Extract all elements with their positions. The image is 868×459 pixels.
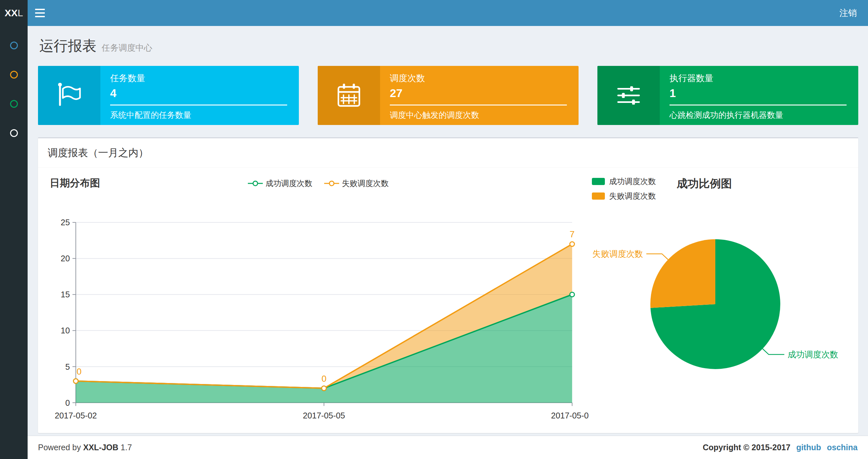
app-logo[interactable]: XXL [0,0,28,26]
legend-label: 成功调度次数 [266,178,312,189]
report-panel-title: 调度报表（一月之内） [48,147,149,158]
stat-box-value: 1 [670,87,846,100]
stat-box-icon-area [318,66,380,125]
content-area: 运行报表 任务调度中心 任务数量 4 [28,26,868,436]
report-panel: 调度报表（一月之内） 日期分布图 [38,137,858,433]
flag-icon [55,81,84,110]
svg-text:2017-05-02: 2017-05-02 [55,411,97,420]
stat-box-value: 4 [110,87,287,100]
line-chart-title: 日期分布图 [50,176,100,190]
stat-box-icon-area [597,66,660,125]
svg-text:失败调度次数: 失败调度次数 [592,249,643,259]
hamburger-icon [35,12,45,13]
hamburger-icon [35,16,45,17]
report-panel-header: 调度报表（一月之内） [38,138,858,168]
pie-chart-section: 成功调度次数 失败调度次数 成功比例图 成功调度次数失败调度次数 [589,176,848,428]
stat-box-description: 调度中心触发的调度次数 [390,110,567,121]
navbar-spacer [52,0,828,26]
legend-line-marker-icon [248,180,263,187]
stat-box-value: 27 [390,87,567,100]
legend-label: 失败调度次数 [342,178,389,189]
stat-box-divider [110,104,287,105]
svg-text:2017-05-08: 2017-05-08 [551,411,589,420]
stat-box-description: 心跳检测成功的执行器机器数量 [670,110,846,121]
legend-label: 成功调度次数 [609,176,656,187]
pie-chart-legend: 成功调度次数 失败调度次数 [592,176,656,201]
sidebar-toggle-button[interactable] [28,0,52,26]
legend-label: 失败调度次数 [609,191,656,201]
sidebar-item-4-circle-icon[interactable] [10,129,18,137]
stat-box-description: 系统中配置的任务数量 [110,110,287,121]
pie-chart-title: 成功比例图 [677,176,732,191]
stat-box-jobs: 任务数量 4 系统中配置的任务数量 [38,66,299,125]
logo-text-light: L [18,7,23,19]
pie-chart-header: 成功调度次数 失败调度次数 成功比例图 [589,176,848,204]
legend-item-fail[interactable]: 失败调度次数 [592,191,656,201]
stat-box-divider [670,104,846,105]
date-chart-section: 日期分布图 成功调度次数 [48,176,589,428]
legend-item-fail[interactable]: 失败调度次数 [324,178,389,189]
oschina-link[interactable]: oschina [827,443,858,452]
copyright-area: Copyright © 2015-2017 github oschina [703,443,858,452]
page-wrapper: 运行报表 任务调度中心 任务数量 4 [0,26,868,459]
sidebar-item-3-circle-icon[interactable] [10,100,18,108]
stat-box-title: 执行器数量 [670,72,846,84]
stat-box-title: 任务数量 [110,72,287,84]
page-subtitle: 任务调度中心 [102,42,152,54]
svg-text:10: 10 [61,326,70,335]
legend-item-success[interactable]: 成功调度次数 [592,176,656,187]
page-header: 运行报表 任务调度中心 [39,36,858,56]
logo-text-bold: XX [4,7,18,19]
sidebar [0,26,28,459]
svg-text:2017-05-05: 2017-05-05 [303,411,345,420]
stat-box-triggers: 调度次数 27 调度中心触发的调度次数 [318,66,579,125]
stat-box-row: 任务数量 4 系统中配置的任务数量 [38,66,858,125]
stat-box-title: 调度次数 [390,72,567,84]
svg-text:25: 25 [61,218,70,227]
sidebar-item-1-circle-icon[interactable] [10,41,18,50]
svg-text:0: 0 [321,373,327,384]
hamburger-icon [35,9,45,10]
product-version: 1.7 [121,443,132,452]
sidebar-item-2-circle-icon[interactable] [10,71,18,78]
svg-text:0: 0 [77,366,82,376]
svg-text:成功调度次数: 成功调度次数 [787,350,838,359]
stat-box-divider [390,104,567,105]
date-distribution-chart: 05101520252017-05-022017-05-052017-05-08… [48,198,589,428]
github-link[interactable]: github [796,443,821,452]
legend-swatch-icon [592,193,605,200]
svg-text:20: 20 [61,254,70,263]
report-panel-body: 日期分布图 成功调度次数 [38,168,858,433]
svg-text:5: 5 [65,362,70,371]
legend-line-marker-icon [324,180,339,187]
date-chart-header: 日期分布图 成功调度次数 [48,176,589,198]
stat-box-body: 执行器数量 1 心跳检测成功的执行器机器数量 [660,66,858,125]
page-title: 运行报表 [39,36,96,56]
svg-text:0: 0 [65,398,70,407]
success-ratio-pie: 成功调度次数失败调度次数 [589,204,848,412]
product-name: XXL-JOB [83,443,118,452]
line-chart-legend: 成功调度次数 失败调度次数 [248,176,389,189]
svg-text:7: 7 [570,229,575,239]
footer: Powered by XXL-JOB 1.7 Copyright © 2015-… [28,436,868,459]
stat-box-body: 调度次数 27 调度中心触发的调度次数 [380,66,579,125]
stat-box-icon-area [38,66,100,125]
main-column: 运行报表 任务调度中心 任务数量 4 [28,26,868,459]
copyright-text: Copyright © 2015-2017 [703,443,790,452]
svg-text:15: 15 [61,290,70,299]
powered-by: Powered by XXL-JOB 1.7 [38,443,132,452]
top-navbar: XXL 注销 [0,0,868,26]
powered-by-prefix: Powered by [38,443,81,452]
stat-box-executors: 执行器数量 1 心跳检测成功的执行器机器数量 [597,66,858,125]
logout-button[interactable]: 注销 [828,0,868,26]
legend-item-success[interactable]: 成功调度次数 [248,178,312,189]
calendar-icon [335,81,363,110]
stat-box-body: 任务数量 4 系统中配置的任务数量 [100,66,299,125]
legend-swatch-icon [592,178,605,185]
sliders-icon [614,81,643,110]
